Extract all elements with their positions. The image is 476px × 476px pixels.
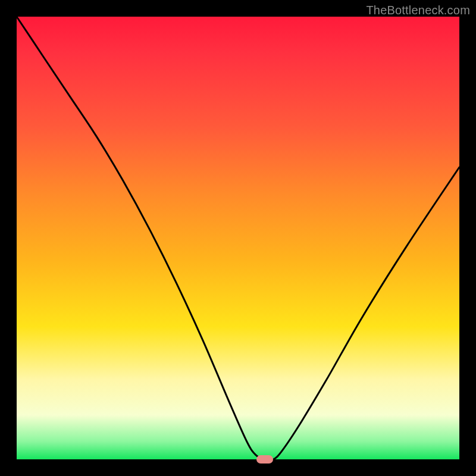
plot-area <box>17 17 459 459</box>
minimum-marker <box>256 455 273 464</box>
watermark-text: TheBottleneck.com <box>366 4 470 17</box>
bottleneck-curve <box>17 17 459 459</box>
chart-frame: TheBottleneck.com <box>0 0 476 476</box>
